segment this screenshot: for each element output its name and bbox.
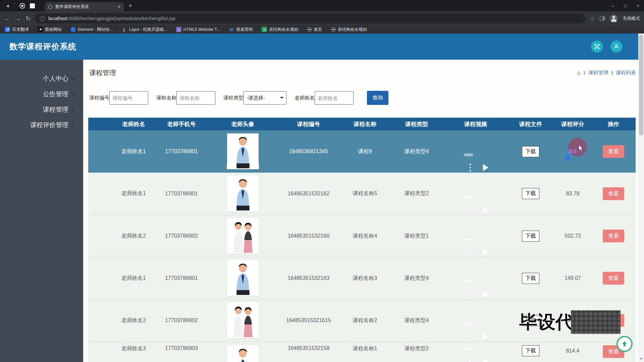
- globe-icon: [331, 27, 336, 32]
- course-no-label: 课程编号: [89, 95, 109, 101]
- course-score: 149.07: [554, 257, 591, 299]
- bookmark-layui[interactable]: Layui - 经典开源模...: [122, 27, 167, 33]
- page-scrollbar[interactable]: [638, 34, 644, 362]
- course-score: 814.4: [554, 342, 591, 362]
- window-maximize-button[interactable]: [624, 3, 627, 8]
- browser-toolbar: localhost:8080/kechengpingjia/jsp/module…: [0, 11, 644, 25]
- male-teacher-photo: [227, 345, 259, 362]
- teacher-avatar: [227, 248, 259, 254]
- bookmark-icon-site[interactable]: 图标网站: [38, 27, 62, 33]
- user-profile-button[interactable]: [610, 41, 623, 53]
- layui-icon: [122, 27, 127, 32]
- video-menu-icon[interactable]: [470, 333, 471, 341]
- expand-arrows-icon: [594, 44, 600, 50]
- chevron-down-icon: [71, 94, 74, 96]
- teacher-avatar: [227, 164, 259, 169]
- sidebar-item-course-management[interactable]: 课程管理: [0, 102, 83, 117]
- window-controls: [607, 0, 644, 11]
- tab-close-icon[interactable]: [118, 4, 120, 9]
- download-button[interactable]: 下载: [522, 273, 539, 284]
- view-button[interactable]: 查看: [603, 230, 624, 242]
- new-tab-button[interactable]: [128, 2, 132, 9]
- course-no-input[interactable]: [109, 91, 148, 105]
- scrollbar-thumb[interactable]: [639, 35, 643, 135]
- table-row[interactable]: 老师姓名3 17703786903 16485351532158 课程名称1 课…: [88, 342, 636, 362]
- notes-icon: [262, 27, 267, 32]
- browser-profile-avatar[interactable]: [610, 14, 618, 22]
- video-menu-icon[interactable]: [470, 357, 471, 362]
- home-icon[interactable]: [577, 69, 581, 77]
- bookmark-homepage[interactable]: 首页: [307, 27, 322, 33]
- address-bar[interactable]: localhost:8080/kechengpingjia/jsp/module…: [35, 13, 585, 23]
- bookmark-baidu-translate[interactable]: 百度翻译: [5, 27, 29, 33]
- download-button[interactable]: 下载: [522, 345, 539, 356]
- browser-tab-bar: ◄ 数学课程评价系统: [0, 0, 644, 11]
- course-name-input[interactable]: [176, 91, 215, 105]
- search-button[interactable]: 查询: [367, 91, 388, 105]
- play-icon[interactable]: [483, 358, 488, 362]
- url-text: localhost:8080/kechengpingjia/jsp/module…: [48, 16, 175, 21]
- view-button[interactable]: 查看: [603, 145, 624, 158]
- breadcrumb-course-management[interactable]: 课程管理: [588, 70, 608, 76]
- video-menu-icon[interactable]: [470, 164, 471, 172]
- teacher-name-input[interactable]: [315, 91, 354, 105]
- table-row[interactable]: 老师姓名2 17703786902 16485351532160 课程名称4 课…: [88, 215, 636, 257]
- window-close-button[interactable]: [637, 3, 639, 8]
- download-button[interactable]: 下载: [522, 188, 539, 199]
- bookmark-star-icon[interactable]: [590, 15, 595, 22]
- system-tray-icons: ◄: [0, 3, 40, 9]
- back-button[interactable]: [4, 15, 10, 22]
- bookmark-naming-rules-2[interactable]: 表结构命名规则: [331, 27, 367, 33]
- play-icon[interactable]: [483, 333, 488, 340]
- tab-favicon-globe-icon: [48, 5, 53, 9]
- baidu-translate-icon: [5, 27, 10, 32]
- scrollbar-down-arrow[interactable]: [638, 357, 644, 361]
- table-row[interactable]: 老师姓名1 17703786901 16485351532163 课程名称3 课…: [88, 257, 636, 299]
- play-icon[interactable]: [483, 249, 488, 255]
- fullscreen-button[interactable]: [591, 41, 603, 53]
- window-minimize-button[interactable]: [611, 3, 614, 8]
- chevron-down-icon: [71, 109, 74, 111]
- male-teacher-photo: [227, 133, 259, 168]
- video-menu-icon[interactable]: [470, 290, 471, 298]
- forward-button[interactable]: [15, 15, 21, 22]
- app-title: 数学课程评价系统: [9, 41, 76, 52]
- download-button[interactable]: 下载: [522, 231, 539, 242]
- play-icon[interactable]: [483, 164, 488, 171]
- side-panel-icon[interactable]: [600, 16, 605, 21]
- breadcrumb: ‖ 课程管理 ‖ 课程列表: [577, 69, 636, 77]
- course-score: 83.79: [554, 173, 591, 215]
- sidebar-item-notice-management[interactable]: 公告管理: [0, 86, 83, 102]
- table-row[interactable]: 老师姓名1 17703786901 1648536821345 课程9 课程类型…: [88, 130, 636, 173]
- download-button[interactable]: 下载: [522, 146, 539, 157]
- sidebar-item-course-evaluation-management[interactable]: 课程评价管理: [0, 117, 83, 133]
- bookmark-html5[interactable]: HTML5 Website T...: [176, 27, 220, 32]
- course-type-select[interactable]: -请选择-: [244, 91, 286, 105]
- view-button[interactable]: 查看: [603, 272, 624, 285]
- course-name-label: 课程名称: [156, 95, 176, 101]
- teacher-avatar: [227, 333, 259, 338]
- selection-handle-icon: [566, 156, 570, 161]
- video-menu-icon[interactable]: [470, 248, 471, 256]
- course-score: 502.72: [554, 215, 591, 257]
- stop-record-icon[interactable]: [30, 3, 35, 8]
- video-menu-icon[interactable]: [470, 206, 471, 214]
- reload-button[interactable]: [25, 15, 31, 22]
- recorder-icon[interactable]: [19, 3, 25, 9]
- sidebar-item-personal-center[interactable]: 个人中心: [0, 71, 83, 86]
- play-icon[interactable]: [483, 206, 488, 213]
- wallpaper-icon: [229, 27, 234, 32]
- bookmark-element[interactable]: Element - 网站快...: [70, 27, 113, 33]
- bookmark-wallpaper[interactable]: 搜索壁纸: [229, 27, 253, 33]
- select-all-cell: [88, 118, 113, 130]
- male-teacher-photo: [227, 176, 259, 210]
- page-info-icon[interactable]: [40, 16, 45, 21]
- back-to-top-button[interactable]: [616, 336, 633, 352]
- bookmark-naming-rules-1[interactable]: 表结构命名规则: [262, 27, 299, 33]
- female-teachers-photo: [227, 302, 259, 337]
- browser-tab[interactable]: 数学课程评价系统: [45, 2, 124, 11]
- breadcrumb-course-list[interactable]: 课程列表: [616, 70, 636, 76]
- view-button[interactable]: 查看: [603, 187, 624, 200]
- play-icon[interactable]: [483, 291, 488, 298]
- table-row[interactable]: 老师姓名1 17703786901 16485351532162 课程名称5 课…: [88, 173, 636, 215]
